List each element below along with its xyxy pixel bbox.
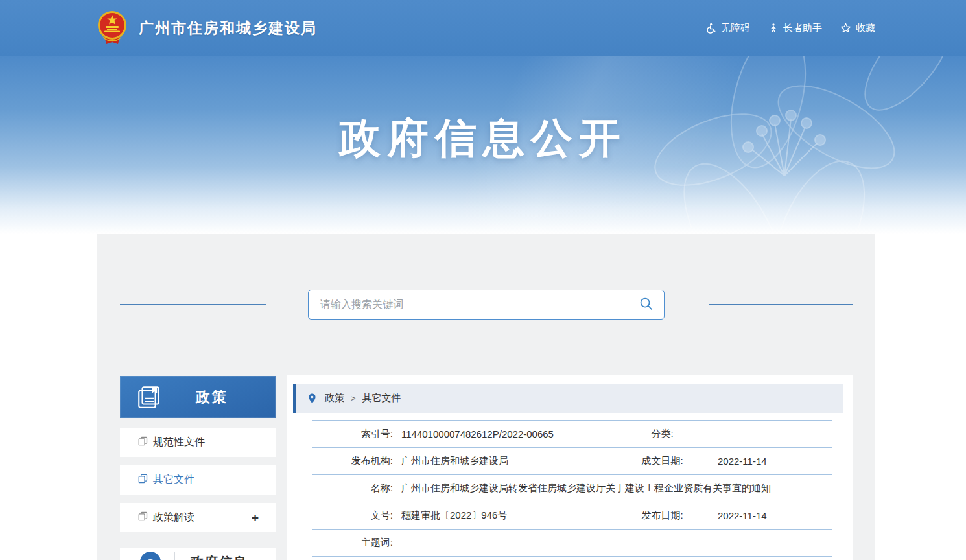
favorite-link[interactable]: 收藏 — [840, 22, 875, 34]
table-row: 主题词: — [312, 530, 832, 557]
breadcrumb: 政策 > 其它文件 — [293, 384, 843, 413]
page-banner: 政府信息公开 — [0, 56, 966, 234]
table-row: 发布机构: 广州市住房和城乡建设局 成文日期: 2022-11-14 — [312, 448, 832, 475]
field-label: 文号: — [312, 509, 393, 522]
sidebar-item-label: 其它文件 — [153, 473, 194, 487]
site-header: 广州市住房和城乡建设局 无障碍 — [0, 0, 966, 56]
issuer-cell: 发布机构: 广州市住房和城乡建设局 — [312, 448, 615, 475]
star-icon — [840, 23, 851, 34]
search-decor-line-right — [709, 304, 853, 305]
publish-date-cell: 发布日期: 2022-11-14 — [615, 502, 832, 530]
search-button[interactable] — [628, 290, 664, 319]
search-icon — [639, 296, 654, 313]
field-value: 2022-11-14 — [718, 456, 767, 467]
index-number-cell: 索引号: 11440100007482612P/2022-00665 — [312, 421, 615, 448]
search-bar — [308, 290, 665, 320]
brand[interactable]: 广州市住房和城乡建设局 — [96, 0, 317, 56]
field-label: 索引号: — [312, 428, 393, 440]
category-cell: 分类: — [615, 421, 832, 448]
doc-number-cell: 文号: 穗建审批〔2022〕946号 — [312, 502, 615, 530]
elder-icon — [768, 23, 779, 34]
sidebar-section-title: 政策 — [196, 388, 228, 407]
sidebar-item-policy-interpretation[interactable]: 政策解读 + — [120, 503, 276, 532]
breadcrumb-separator: > — [351, 393, 356, 403]
field-label: 发布日期: — [615, 509, 709, 522]
favorite-label: 收藏 — [856, 22, 875, 34]
national-emblem-icon — [96, 10, 128, 45]
issue-date-cell: 成文日期: 2022-11-14 — [615, 448, 832, 475]
breadcrumb-root-link[interactable]: 政策 — [325, 392, 344, 404]
elder-assist-link[interactable]: 长者助手 — [768, 22, 822, 34]
field-label: 主题词: — [312, 537, 393, 549]
keywords-cell: 主题词: — [312, 530, 832, 557]
field-value: 2022-11-14 — [718, 510, 767, 521]
sidebar-section-gov-info[interactable]: 政府信息 — [120, 548, 276, 560]
breadcrumb-accent-bar — [293, 384, 296, 413]
divider — [176, 383, 176, 412]
field-label: 名称: — [312, 482, 393, 495]
document-icon — [138, 474, 148, 486]
field-label: 发布机构: — [312, 455, 393, 467]
accessibility-icon — [705, 23, 716, 34]
location-pin-icon — [307, 393, 317, 404]
accessibility-link[interactable]: 无障碍 — [705, 22, 750, 34]
field-value: 11440100007482612P/2022-00665 — [401, 428, 554, 439]
detail-panel: 政策 > 其它文件 索引号: 11440100007482612P/2022-0… — [287, 375, 853, 560]
sidebar-item-label: 政策解读 — [153, 511, 194, 524]
document-meta-table: 索引号: 11440100007482612P/2022-00665 分类: 发… — [312, 420, 832, 557]
field-label: 成文日期: — [615, 455, 709, 467]
expand-plus-icon[interactable]: + — [252, 511, 259, 525]
table-row: 文号: 穗建审批〔2022〕946号 发布日期: 2022-11-14 — [312, 502, 832, 530]
sidebar-section-policy[interactable]: 政策 — [120, 376, 276, 418]
page: 广州市住房和城乡建设局 无障碍 — [0, 0, 966, 560]
circle-icon — [139, 551, 161, 560]
document-icon — [138, 436, 148, 449]
utility-links: 无障碍 长者助手 收藏 — [705, 0, 875, 56]
field-value: 广州市住房和城乡建设局转发省住房城乡建设厅关于建设工程企业资质有关事宜的通知 — [401, 482, 771, 495]
sidebar-item-normative-docs[interactable]: 规范性文件 — [120, 428, 276, 457]
sidebar-item-other-docs[interactable]: 其它文件 — [120, 465, 276, 495]
table-row: 名称: 广州市住房和城乡建设局转发省住房城乡建设厅关于建设工程企业资质有关事宜的… — [312, 475, 832, 502]
table-row: 索引号: 11440100007482612P/2022-00665 分类: — [312, 421, 832, 448]
page-title: 政府信息公开 — [0, 110, 966, 167]
document-icon — [138, 511, 148, 524]
field-value: 穗建审批〔2022〕946号 — [401, 509, 507, 522]
field-label: 分类: — [615, 428, 709, 440]
field-value: 广州市住房和城乡建设局 — [401, 455, 508, 467]
accessibility-label: 无障碍 — [721, 22, 750, 34]
site-title[interactable]: 广州市住房和城乡建设局 — [139, 18, 317, 38]
divider — [174, 552, 175, 560]
book-icon — [135, 384, 163, 411]
elder-assist-label: 长者助手 — [783, 22, 822, 34]
search-input[interactable] — [309, 290, 628, 319]
sidebar-item-label: 规范性文件 — [153, 436, 205, 449]
breadcrumb-current[interactable]: 其它文件 — [362, 392, 401, 404]
title-cell: 名称: 广州市住房和城乡建设局转发省住房城乡建设厅关于建设工程企业资质有关事宜的… — [312, 475, 832, 502]
sidebar-section-title: 政府信息 — [191, 554, 262, 560]
search-decor-line-left — [120, 304, 266, 305]
